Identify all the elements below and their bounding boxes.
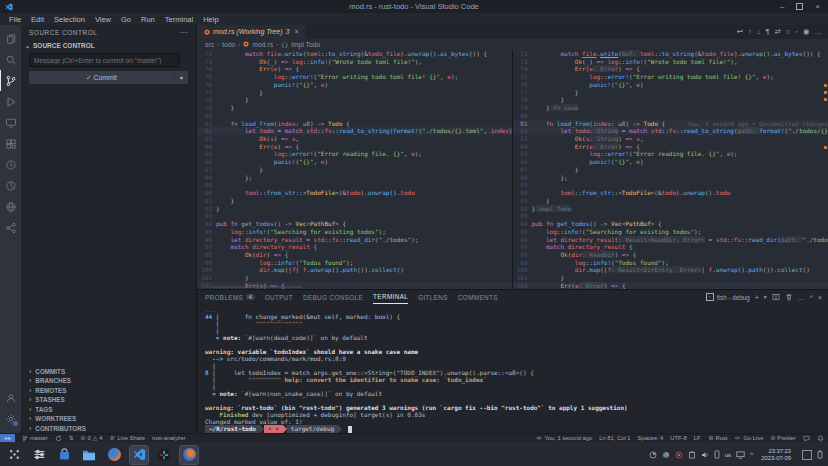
sidebar-section-stashes[interactable]: ›STASHES [21,395,196,405]
code-line[interactable]: 88 }; [513,174,828,182]
code-line[interactable]: 80 [197,112,512,120]
code-line[interactable]: 99 log::info!("Todos found"); [197,259,512,267]
code-line[interactable]: 85 log::error!("Error reading file. {}",… [197,150,512,158]
more-actions-icon[interactable]: … [815,27,823,36]
code-line[interactable]: 72 match file.write(toml::to_string(&tod… [197,50,512,58]
settings-gear-icon[interactable] [0,408,21,429]
code-line[interactable]: 97 match directory_result { [513,243,828,251]
code-line[interactable]: 89 [513,181,828,189]
terminal-output[interactable]: ...44 | fn change_marked(&mut self, mark… [197,304,828,433]
code-line[interactable]: 83 Ok(s: String) => s, [513,135,828,143]
collapse-regions-icon[interactable]: ◦ [795,27,798,36]
code-line[interactable]: 92} [197,205,512,213]
keyboard-layout[interactable]: us [725,452,731,458]
branch-indicator[interactable]: master [22,435,48,442]
phone-icon[interactable] [714,450,720,459]
code-line[interactable]: 82 let todo: String = match std::fs::rea… [513,127,828,135]
menu-file[interactable]: File [4,15,26,24]
swap-sides-icon[interactable]: ⇄ [774,27,780,36]
code-line[interactable]: 84 Err(e: Error) => { [513,143,828,151]
language-mode[interactable]: Rust [708,435,728,441]
split-terminal-icon[interactable] [772,293,780,301]
breadcrumb-mod-rs[interactable]: mod.rs [252,41,273,48]
new-terminal-icon[interactable]: + [755,294,759,301]
panel-tab-output[interactable]: OUTPUT [265,290,293,304]
code-line[interactable]: 77 } [197,89,512,97]
code-line[interactable]: 90 toml::from_str::<TodoFile>(&todo).unw… [197,189,512,197]
resource-monitor-icon[interactable] [0,175,21,196]
vscode-taskbar-icon[interactable] [130,446,148,464]
code-line[interactable]: 96 let directory_result: Result<ReadDir,… [513,236,828,244]
code-line[interactable]: 92} impl Todo [513,205,828,213]
browser-secondary-icon[interactable] [180,446,198,464]
gitlens-blame-status[interactable]: You, 1 second ago [536,435,592,441]
code-line[interactable]: 86 panic!("{}", e) [197,158,512,166]
indentation-status[interactable]: Spaces: 4 [638,435,664,441]
share-flow-icon[interactable] [0,217,21,238]
code-line[interactable]: 101 } [513,274,828,282]
sidebar-section-remotes[interactable]: ›REMOTES [21,386,196,396]
breadcrumb-src[interactable]: src [205,41,214,48]
code-line[interactable]: 80 [513,112,828,120]
code-line[interactable]: 101 } [197,274,512,282]
code-line[interactable]: 81 fn load_from(index: u8) -> Todo { [197,120,512,128]
browser-firefox-icon[interactable] [105,446,123,464]
explorer-icon[interactable] [0,28,21,49]
cursor-position[interactable]: Ln 81, Col 1 [599,435,630,441]
code-line[interactable]: 84 Err(e) => { [197,143,512,151]
diff-modified-pane[interactable]: 72 match file.write(buf: toml::to_string… [513,50,828,289]
live-share-button[interactable]: Live Share [109,435,145,442]
panel-tab-debug-console[interactable]: DEBUG CONSOLE [303,290,363,304]
app-launcher-icon[interactable] [5,446,23,464]
code-line[interactable]: 85 log::error!("Error reading file. {}",… [513,150,828,158]
sync-icon[interactable] [55,435,62,442]
encoding-status[interactable]: UTF-8 [670,435,686,441]
code-line[interactable]: 96 let directory_result = std::fs::read_… [197,236,512,244]
code-line[interactable]: 74 Err(e: Error) => { [513,65,828,73]
code-line[interactable]: 98 Ok(dir) => { [197,251,512,259]
shell-prompt[interactable]: ~/R/rust-todo• •target/debug [205,425,828,433]
app-store-icon[interactable] [55,446,73,464]
panel-tab-gitlens[interactable]: GITLENS [418,290,448,304]
menu-view[interactable]: View [90,15,116,24]
volume-icon[interactable] [701,451,709,459]
code-line[interactable]: 102 Err(e: Error) => { [513,282,828,289]
code-line[interactable]: 76 panic!("{}", e) [513,81,828,89]
breadcrumb-impl-todo[interactable]: impl Todo [291,41,320,48]
code-line[interactable]: 75 log::error!("Error writing todo toml … [197,73,512,81]
code-line[interactable]: 95 log::info!("Searching for existing to… [197,228,512,236]
go-live-button[interactable]: Go Live [734,435,763,441]
menu-edit[interactable]: Edit [26,15,49,24]
rust-analyzer-status[interactable]: rust-analyzer [152,435,186,441]
tab-mod-rs[interactable]: mod.rs (Working Tree) 3 × [197,25,306,39]
next-change-icon[interactable]: ↓ [757,27,761,36]
remote-indicator[interactable]: >< [0,434,15,442]
code-line[interactable]: 100 dir.map(|f: Result<DirEntry, Error>|… [513,266,828,274]
code-line[interactable]: 79 } [197,104,512,112]
code-line[interactable]: 78 } [513,96,828,104]
file-manager-icon[interactable] [80,446,98,464]
remote-explorer-icon[interactable] [0,112,21,133]
diff-original-pane[interactable]: 72 match file.write(toml::to_string(&tod… [197,50,513,289]
globe-icon[interactable] [0,196,21,217]
code-line[interactable]: 72 match file.write(buf: toml::to_string… [513,50,828,58]
display-icon[interactable] [736,451,745,459]
code-line[interactable]: 91 } [197,197,512,205]
code-line[interactable]: 73 Ok(_) => log::info!("Wrote todo toml … [513,58,828,66]
code-line[interactable]: 88 }; [197,174,512,182]
code-line[interactable]: 100 dir.map(|f| f.unwrap().path()).colle… [197,266,512,274]
code-line[interactable]: 97 match directory_result { [197,243,512,251]
code-line[interactable]: 91 } [513,197,828,205]
search-icon[interactable] [0,49,21,70]
history-icon[interactable] [0,154,21,175]
show-desktop-button[interactable] [802,450,812,460]
tray-expand-icon[interactable]: ^ [750,451,753,458]
sidebar-section-tags[interactable]: ›TAGS [21,405,196,415]
code-line[interactable]: 98 Ok(dir: ReadDir) => { [513,251,828,259]
problems-indicator[interactable]: ⊘0 △4 [81,435,103,441]
kill-terminal-icon[interactable] [785,293,793,301]
source-control-icon[interactable] [0,70,22,91]
code-line[interactable]: 93 [197,212,512,220]
horizontal-scrollbar[interactable] [212,286,302,289]
panel-more-icon[interactable]: … [798,294,805,301]
